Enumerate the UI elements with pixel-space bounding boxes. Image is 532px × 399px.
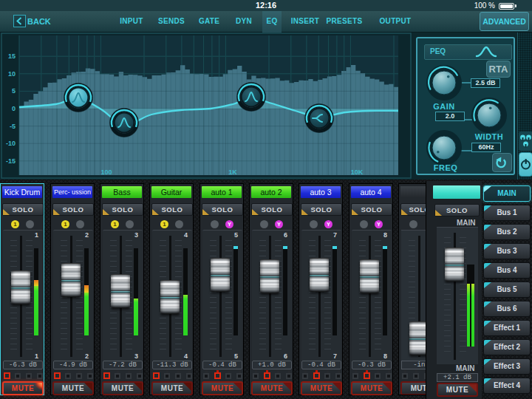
svg-text:-10: -10 bbox=[6, 140, 16, 147]
svg-text:1K: 1K bbox=[228, 168, 237, 176]
svg-text:0: 0 bbox=[12, 105, 16, 112]
svg-text:-5: -5 bbox=[10, 123, 16, 130]
svg-text:5: 5 bbox=[12, 87, 16, 95]
svg-text:10K: 10K bbox=[351, 168, 364, 176]
svg-text:15: 15 bbox=[8, 52, 16, 60]
svg-text:-15: -15 bbox=[6, 157, 16, 165]
svg-text:100: 100 bbox=[100, 168, 112, 176]
svg-text:10: 10 bbox=[8, 70, 16, 78]
